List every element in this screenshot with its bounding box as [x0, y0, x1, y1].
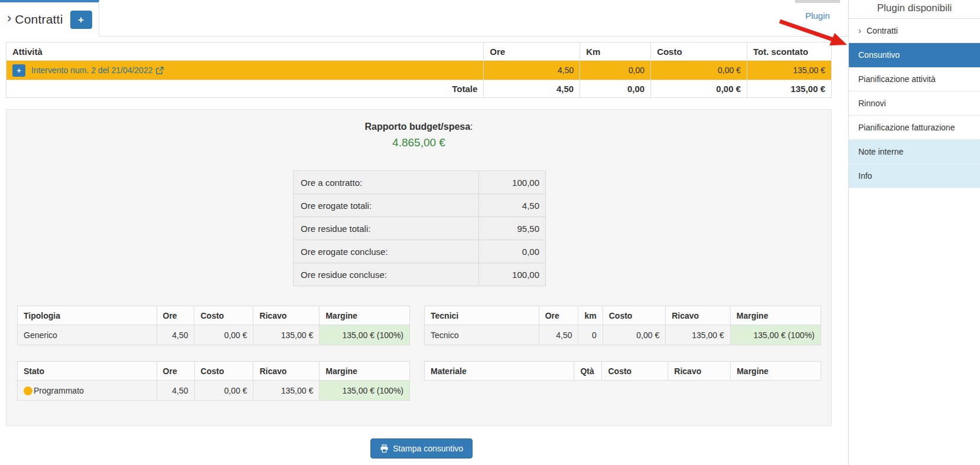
col-header-ricavo: Ricavo [253, 362, 320, 381]
cell-km: 0 [578, 325, 603, 345]
table-row-intervento: + Intervento num. 2 del 21/04/2022 4,50 … [6, 61, 832, 80]
col-header-margine: Margine [731, 362, 821, 381]
sidebar-item-pianificazione-attivita[interactable]: Pianificazione attività [849, 67, 980, 91]
totale-tot: 135,00 € [747, 80, 832, 98]
table-row-totale: Totale 4,50 0,00 0,00 € 135,00 € [6, 80, 832, 98]
external-link-icon[interactable] [156, 67, 164, 74]
stato-table: Stato Ore Costo Ricavo Margine Programma… [17, 361, 410, 401]
cell-costo: 0,00 € [194, 325, 253, 345]
sidebar-item-label: Pianificazione attività [858, 74, 936, 84]
cell-ore: 4,50 [484, 61, 580, 80]
plugin-sidebar: Plugin disponibili ›Contratti Consuntivo… [848, 0, 980, 465]
col-header-tot: Tot. scontato [747, 42, 832, 61]
cell-stato: Programmato [18, 381, 157, 401]
cell-ore: 4,50 [157, 325, 194, 345]
tab-contratti[interactable]: › Contratti + [0, 0, 99, 37]
rapporto-row-value: 100,00 [479, 263, 546, 286]
cell-tot: 135,00 € [747, 61, 832, 80]
sidebar-item-rinnovi[interactable]: Rinnovi [849, 91, 980, 116]
rapporto-row-value: 100,00 [479, 171, 546, 194]
rapporto-row-label: Ore residue totali: [294, 217, 479, 240]
col-header-costo: Costo [602, 362, 668, 381]
cell-margine: 135,00 € (100%) [320, 381, 410, 401]
col-header-qta: Qtà [574, 362, 602, 381]
sidebar-item-label: Consuntivo [858, 50, 900, 60]
col-header-ricavo: Ricavo [253, 306, 320, 325]
tipologia-table: Tipologia Ore Costo Ricavo Margine Gener… [17, 306, 410, 345]
printer-icon [380, 444, 389, 453]
chevron-right-icon: › [858, 25, 861, 35]
table-row: Generico 4,50 0,00 € 135,00 € 135,00 € (… [18, 325, 410, 345]
cell-tipologia: Generico [18, 325, 157, 345]
col-header-costo: Costo [194, 362, 253, 381]
col-header-margine: Margine [320, 306, 410, 325]
sidebar-item-label: Note interne [858, 147, 903, 156]
materiale-table: Materiale Qtà Costo Ricavo Margine [424, 361, 821, 381]
cell-ore: 4,50 [539, 325, 578, 345]
rapporto-row-label: Ore a contratto: [294, 171, 479, 194]
sidebar-item-consuntivo[interactable]: Consuntivo [849, 43, 980, 67]
rapporto-table: Ore a contratto: 100,00 Ore erogate tota… [293, 171, 546, 286]
plugin-link[interactable]: Plugin [805, 11, 830, 21]
page: › Contratti + Plugin Attività Ore Km Cos… [0, 0, 980, 465]
rapporto-row-value: 95,50 [479, 217, 546, 240]
col-header-costo: Costo [651, 42, 747, 61]
attivita-header-row: Attività Ore Km Costo Tot. scontato [6, 42, 832, 61]
sidebar-item-contratti[interactable]: ›Contratti [849, 19, 980, 43]
col-header-tipologia: Tipologia [18, 306, 157, 325]
col-header-stato: Stato [18, 362, 157, 381]
add-contract-button[interactable]: + [70, 11, 92, 29]
totale-km: 0,00 [580, 80, 651, 98]
col-header-costo: Costo [603, 306, 666, 325]
sidebar-item-note-interne[interactable]: Note interne [849, 140, 980, 164]
intervento-link[interactable]: Intervento num. 2 del 21/04/2022 [31, 66, 164, 75]
rapporto-row-label: Ore residue concluse: [294, 263, 479, 286]
attivita-table: Attività Ore Km Costo Tot. scontato + In… [6, 42, 832, 98]
col-header-attivita: Attività [6, 42, 484, 61]
sidebar-item-label: Pianificazione fatturazione [858, 123, 955, 132]
cell-ricavo: 135,00 € [253, 381, 320, 401]
cell-margine: 135,00 € (100%) [730, 325, 821, 345]
totale-ore: 4,50 [484, 80, 580, 98]
stato-label: Programmato [34, 386, 84, 395]
rapporto-row-value: 0,00 [479, 240, 546, 263]
cell-margine: 135,00 € (100%) [320, 325, 410, 345]
col-header-tecnici: Tecnici [425, 306, 539, 325]
col-header-ricavo: Ricavo [666, 306, 731, 325]
totale-label: Totale [6, 80, 484, 98]
sidebar-item-label: Rinnovi [858, 99, 886, 108]
col-header-ore: Ore [484, 42, 580, 61]
cell-costo: 0,00 € [194, 381, 253, 401]
rapporto-row: Ore residue concluse: 100,00 [294, 263, 546, 286]
col-header-margine: Margine [320, 362, 410, 381]
main-area: › Contratti + Plugin Attività Ore Km Cos… [0, 0, 848, 465]
cell-ricavo: 135,00 € [666, 325, 731, 345]
totale-costo: 0,00 € [651, 80, 747, 98]
col-header-ore: Ore [539, 306, 578, 325]
table-row: Tecnico 4,50 0 0,00 € 135,00 € 135,00 € … [425, 325, 821, 345]
intervento-label: Intervento num. 2 del 21/04/2022 [31, 66, 152, 75]
sidebar-item-pianificazione-fatturazione[interactable]: Pianificazione fatturazione [849, 116, 980, 140]
rapporto-row: Ore a contratto: 100,00 [294, 171, 546, 194]
tab-plugin[interactable]: Plugin [795, 0, 840, 36]
sidebar-item-info[interactable]: Info [849, 164, 980, 188]
sidebar-item-label: Contratti [867, 26, 898, 35]
col-header-materiale: Materiale [425, 362, 574, 381]
consuntivo-panel: Rapporto budget/spesa: 4.865,00 € Ore a … [6, 109, 832, 426]
rapporto-title-text: Rapporto budget/spesa [364, 122, 470, 132]
cell-costo: 0,00 € [603, 325, 666, 345]
rapporto-amount: 4.865,00 € [6, 136, 831, 149]
expand-intervento-button[interactable]: + [12, 64, 25, 77]
rapporto-row-label: Ore erogate totali: [294, 194, 479, 217]
stampa-consuntivo-label: Stampa consuntivo [393, 444, 463, 453]
col-header-km: Km [580, 42, 651, 61]
col-header-ore: Ore [157, 362, 194, 381]
rapporto-row-highlighted: Ore residue totali: 95,50 [294, 217, 546, 240]
stampa-consuntivo-button[interactable]: Stampa consuntivo [370, 438, 473, 459]
status-dot-yellow-icon [24, 387, 32, 395]
chevron-right-icon: › [7, 12, 11, 25]
cell-ricavo: 135,00 € [253, 325, 320, 345]
cell-costo: 0,00 € [651, 61, 747, 80]
col-header-costo: Costo [194, 306, 253, 325]
col-header-ore: Ore [157, 306, 194, 325]
